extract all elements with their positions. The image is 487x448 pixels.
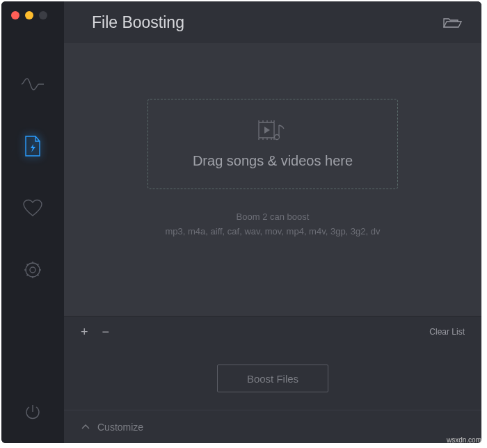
window-controls [11, 11, 47, 19]
sidebar-item-favorites[interactable] [21, 196, 45, 220]
folder-icon [442, 16, 462, 29]
media-icon [256, 120, 289, 143]
watermark: wsxdn.com [447, 436, 481, 444]
list-controls: + − Clear List [64, 317, 481, 347]
svg-point-1 [26, 263, 40, 277]
heart-icon [22, 199, 43, 217]
customize-toggle[interactable]: Customize [64, 410, 481, 443]
close-window-button[interactable] [11, 11, 19, 19]
boost-files-button[interactable]: Boost Files [217, 365, 328, 392]
power-icon [24, 403, 41, 420]
gear-icon [23, 260, 42, 280]
app-window: File Boosting [1, 1, 481, 443]
header: File Boosting [64, 1, 481, 43]
minimize-window-button[interactable] [25, 11, 33, 19]
chevron-up-icon [81, 422, 90, 432]
supported-formats: Boom 2 can boost mp3, m4a, aiff, caf, wa… [165, 210, 380, 239]
bottom-bar: + − Clear List Boost Files Customize [64, 316, 481, 443]
sidebar-item-power[interactable] [21, 400, 45, 424]
supports-line1: Boom 2 can boost [165, 210, 380, 225]
maximize-window-button[interactable] [39, 11, 47, 19]
add-button[interactable]: + [81, 325, 88, 339]
main-panel: File Boosting [64, 1, 481, 443]
open-folder-button[interactable] [442, 16, 462, 29]
dropzone-text: Drag songs & videos here [193, 153, 353, 169]
sidebar-item-equalizer[interactable] [21, 72, 45, 96]
content-area: Drag songs & videos here Boom 2 can boos… [64, 43, 481, 316]
file-boost-icon [24, 135, 42, 157]
sidebar-items [21, 72, 45, 400]
clear-list-button[interactable]: Clear List [429, 327, 465, 337]
boost-row: Boost Files [64, 347, 481, 410]
sidebar-item-file-boost[interactable] [21, 134, 45, 158]
sidebar [1, 1, 64, 443]
supports-line2: mp3, m4a, aiff, caf, wav, mov, mp4, m4v,… [165, 225, 380, 239]
svg-point-0 [30, 267, 35, 273]
dropzone[interactable]: Drag songs & videos here [147, 99, 398, 189]
remove-button[interactable]: − [102, 325, 110, 339]
sidebar-item-settings[interactable] [21, 258, 45, 282]
svg-point-3 [275, 134, 280, 139]
customize-label: Customize [97, 422, 143, 433]
page-title: File Boosting [92, 13, 184, 32]
add-remove-controls: + − [81, 325, 109, 339]
boost-files-label: Boost Files [247, 373, 298, 385]
wave-icon [21, 77, 45, 92]
